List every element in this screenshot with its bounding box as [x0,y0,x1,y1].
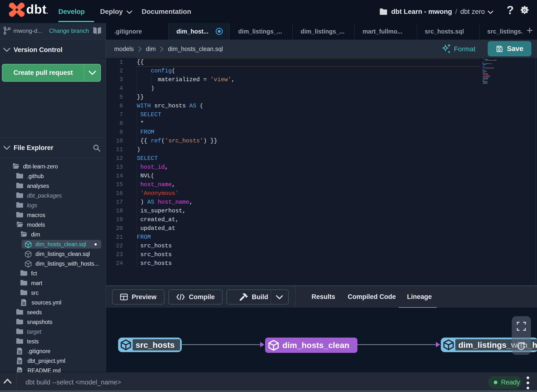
svg-text:src_hosts: src_hosts [136,340,175,349]
svg-text:dim_hosts_clean: dim_hosts_clean [282,340,349,350]
